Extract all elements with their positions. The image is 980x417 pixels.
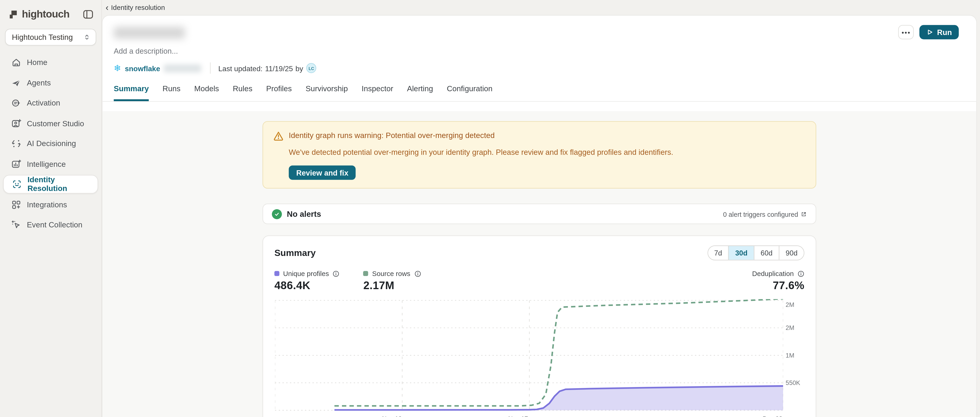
tab-inspector[interactable]: Inspector [361, 84, 393, 101]
metrics-row: Unique profiles486.4KSource rows2.17MDed… [274, 270, 805, 292]
summary-title: Summary [274, 248, 316, 258]
sidebar-collapse-icon[interactable] [83, 8, 94, 20]
alerts-card: No alerts 0 alert triggers configured [262, 204, 816, 224]
sidebar-item-label: Home [27, 58, 48, 67]
page-card: Add a description... ❄ snowflake Last up… [102, 15, 977, 417]
range-button-7d[interactable]: 7d [708, 246, 729, 260]
sidebar-item-label: Agents [27, 78, 51, 87]
metric-value: 77.6% [752, 279, 805, 292]
x-axis-tick-label: Nov 10 [382, 415, 402, 417]
tab-profiles[interactable]: Profiles [266, 84, 292, 101]
back-chevron-icon: ‹ [106, 3, 108, 12]
sidebar-item-label: Customer Studio [27, 119, 84, 128]
sidebar-item-label: Activation [27, 98, 60, 107]
tab-configuration[interactable]: Configuration [447, 84, 493, 101]
more-options-button[interactable]: ••• [898, 25, 914, 39]
y-axis-tick-label: 2M [786, 301, 794, 308]
content-area: Identity graph runs warning: Potential o… [103, 111, 976, 417]
sidebar-item-label: Integrations [27, 200, 67, 209]
metric-value: 486.4K [274, 279, 340, 292]
sidebar-item-label: AI Decisioning [27, 139, 76, 148]
metric-label: Unique profiles [283, 270, 329, 277]
y-axis-tick-label: 550K [786, 379, 800, 386]
run-label: Run [937, 28, 952, 36]
review-and-fix-button[interactable]: Review and fix [289, 165, 356, 180]
identity-resolution-icon [12, 179, 22, 189]
alerts-status: No alerts [287, 209, 723, 219]
workspace-name: Hightouch Testing [12, 33, 83, 41]
summary-card: Summary 7d30d60d90d Unique profiles486.4… [262, 235, 816, 417]
tab-runs[interactable]: Runs [162, 84, 181, 101]
sidebar-item-ai-decisioning[interactable]: AI Decisioning [3, 134, 98, 153]
sidebar-item-intelligence[interactable]: Intelligence [3, 155, 98, 173]
metric-deduplication: Deduplication77.6% [752, 270, 805, 292]
banner-title: Identity graph runs warning: Potential o… [289, 131, 495, 140]
breadcrumb[interactable]: ‹ Identity resolution [102, 0, 980, 15]
event-collection-icon [11, 220, 21, 230]
alert-triggers-link[interactable]: 0 alert triggers configured [723, 210, 807, 218]
chevron-updown-icon [83, 33, 91, 41]
range-button-30d[interactable]: 30d [729, 246, 754, 260]
info-icon[interactable] [333, 270, 340, 277]
workspace-selector[interactable]: Hightouch Testing [5, 29, 96, 46]
range-button-60d[interactable]: 60d [754, 246, 779, 260]
banner-body: We've detected potential over-merging in… [289, 148, 806, 157]
ai-decisioning-icon [11, 139, 21, 149]
last-updated-date: 11/19/25 [265, 64, 293, 72]
sidebar-item-customer-studio[interactable]: Customer Studio [3, 114, 98, 133]
sidebar: hightouch Hightouch Testing HomeAgentsAc… [0, 0, 102, 417]
y-axis-tick-label: 1M [786, 352, 794, 359]
sidebar-item-integrations[interactable]: Integrations [3, 195, 98, 214]
tab-bar: SummaryRunsModelsRulesProfilesSurvivorsh… [114, 84, 976, 101]
agents-icon [11, 78, 21, 87]
avatar[interactable]: LC [306, 63, 316, 73]
description-placeholder[interactable]: Add a description... [114, 47, 976, 55]
time-range-selector: 7d30d60d90d [707, 245, 804, 260]
summary-chart: 2M2M1M550K Nov 10Nov 17Dec 02 [274, 299, 805, 417]
metric-label: Source rows [372, 270, 410, 277]
x-axis-tick-label: Nov 17 [508, 415, 528, 417]
by-label: by [295, 64, 303, 72]
sidebar-item-agents[interactable]: Agents [3, 73, 98, 92]
source-name-redacted [164, 64, 202, 72]
metric-source-rows: Source rows2.17M [363, 270, 421, 292]
summary-chart-svg [275, 299, 783, 412]
page-header: Add a description... ❄ snowflake Last up… [103, 16, 976, 102]
breadcrumb-label: Identity resolution [111, 4, 165, 11]
logo-wordmark: hightouch [22, 8, 83, 20]
sidebar-item-activation[interactable]: Activation [3, 94, 98, 113]
legend-swatch [274, 271, 280, 276]
info-icon[interactable] [414, 270, 421, 277]
home-icon [11, 57, 21, 67]
run-button[interactable]: Run [920, 25, 959, 39]
tab-survivorship[interactable]: Survivorship [305, 84, 348, 101]
sidebar-item-label: Identity Resolution [27, 176, 92, 193]
alert-triggers-label: 0 alert triggers configured [723, 210, 798, 218]
tab-summary[interactable]: Summary [114, 84, 149, 101]
source-link[interactable]: snowflake [125, 64, 160, 72]
sidebar-item-label: Intelligence [27, 160, 66, 168]
legend-swatch [363, 271, 369, 276]
info-icon[interactable] [798, 270, 805, 277]
sidebar-nav: HomeAgentsActivationCustomer StudioAI De… [0, 53, 101, 234]
metric-unique-profiles: Unique profiles486.4K [274, 270, 340, 292]
page-title-redacted [114, 27, 185, 39]
tab-models[interactable]: Models [194, 84, 219, 101]
tab-alerting[interactable]: Alerting [407, 84, 433, 101]
warning-icon [273, 130, 284, 141]
sidebar-item-home[interactable]: Home [3, 53, 98, 71]
last-updated-label: Last updated: [218, 64, 262, 72]
tab-rules[interactable]: Rules [233, 84, 252, 101]
sidebar-item-event-collection[interactable]: Event Collection [3, 216, 98, 234]
metric-value: 2.17M [363, 279, 421, 292]
range-button-90d[interactable]: 90d [779, 246, 803, 260]
intelligence-icon [11, 159, 21, 169]
snowflake-icon: ❄ [114, 63, 121, 73]
play-icon [926, 29, 934, 36]
hightouch-logo-icon [8, 8, 19, 20]
warning-banner: Identity graph runs warning: Potential o… [262, 121, 816, 189]
external-link-icon [800, 211, 807, 217]
sidebar-item-identity-resolution[interactable]: Identity Resolution [3, 175, 98, 193]
check-circle-icon [272, 209, 282, 219]
x-axis-tick-label: Dec 02 [762, 415, 783, 417]
